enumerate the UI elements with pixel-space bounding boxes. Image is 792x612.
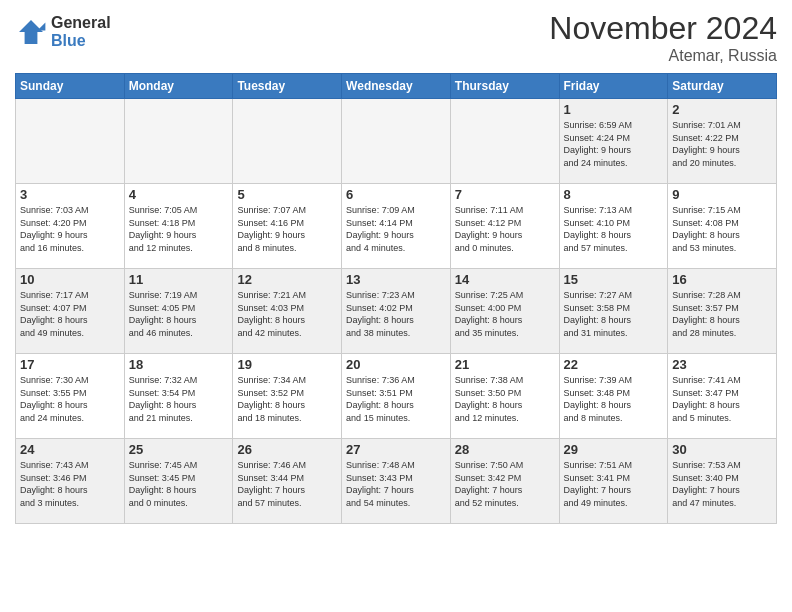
day-number: 14 [455, 272, 555, 287]
day-number: 1 [564, 102, 664, 117]
calendar-cell: 7Sunrise: 7:11 AM Sunset: 4:12 PM Daylig… [450, 184, 559, 269]
day-info: Sunrise: 7:01 AM Sunset: 4:22 PM Dayligh… [672, 119, 772, 169]
day-number: 4 [129, 187, 229, 202]
day-number: 10 [20, 272, 120, 287]
day-number: 16 [672, 272, 772, 287]
svg-marker-0 [19, 20, 43, 44]
day-number: 20 [346, 357, 446, 372]
calendar-cell: 19Sunrise: 7:34 AM Sunset: 3:52 PM Dayli… [233, 354, 342, 439]
day-info: Sunrise: 7:53 AM Sunset: 3:40 PM Dayligh… [672, 459, 772, 509]
day-info: Sunrise: 7:09 AM Sunset: 4:14 PM Dayligh… [346, 204, 446, 254]
calendar-cell: 17Sunrise: 7:30 AM Sunset: 3:55 PM Dayli… [16, 354, 125, 439]
day-info: Sunrise: 7:25 AM Sunset: 4:00 PM Dayligh… [455, 289, 555, 339]
calendar-cell: 23Sunrise: 7:41 AM Sunset: 3:47 PM Dayli… [668, 354, 777, 439]
calendar-cell: 14Sunrise: 7:25 AM Sunset: 4:00 PM Dayli… [450, 269, 559, 354]
day-number: 3 [20, 187, 120, 202]
weekday-header-thursday: Thursday [450, 74, 559, 99]
day-number: 23 [672, 357, 772, 372]
calendar-cell: 12Sunrise: 7:21 AM Sunset: 4:03 PM Dayli… [233, 269, 342, 354]
day-info: Sunrise: 7:07 AM Sunset: 4:16 PM Dayligh… [237, 204, 337, 254]
day-info: Sunrise: 7:23 AM Sunset: 4:02 PM Dayligh… [346, 289, 446, 339]
day-number: 9 [672, 187, 772, 202]
day-info: Sunrise: 7:15 AM Sunset: 4:08 PM Dayligh… [672, 204, 772, 254]
week-row-1: 1Sunrise: 6:59 AM Sunset: 4:24 PM Daylig… [16, 99, 777, 184]
day-number: 7 [455, 187, 555, 202]
calendar-cell: 11Sunrise: 7:19 AM Sunset: 4:05 PM Dayli… [124, 269, 233, 354]
calendar-cell: 24Sunrise: 7:43 AM Sunset: 3:46 PM Dayli… [16, 439, 125, 524]
day-info: Sunrise: 7:11 AM Sunset: 4:12 PM Dayligh… [455, 204, 555, 254]
day-number: 29 [564, 442, 664, 457]
calendar-cell: 21Sunrise: 7:38 AM Sunset: 3:50 PM Dayli… [450, 354, 559, 439]
weekday-header-friday: Friday [559, 74, 668, 99]
day-number: 27 [346, 442, 446, 457]
calendar-cell: 20Sunrise: 7:36 AM Sunset: 3:51 PM Dayli… [342, 354, 451, 439]
day-info: Sunrise: 7:45 AM Sunset: 3:45 PM Dayligh… [129, 459, 229, 509]
day-number: 21 [455, 357, 555, 372]
calendar-cell: 1Sunrise: 6:59 AM Sunset: 4:24 PM Daylig… [559, 99, 668, 184]
week-row-2: 3Sunrise: 7:03 AM Sunset: 4:20 PM Daylig… [16, 184, 777, 269]
title-block: November 2024 Atemar, Russia [549, 10, 777, 65]
calendar-cell [124, 99, 233, 184]
day-number: 18 [129, 357, 229, 372]
header-area: General Blue November 2024 Atemar, Russi… [15, 10, 777, 65]
calendar-cell: 3Sunrise: 7:03 AM Sunset: 4:20 PM Daylig… [16, 184, 125, 269]
calendar-cell: 25Sunrise: 7:45 AM Sunset: 3:45 PM Dayli… [124, 439, 233, 524]
calendar-cell [233, 99, 342, 184]
calendar-cell: 16Sunrise: 7:28 AM Sunset: 3:57 PM Dayli… [668, 269, 777, 354]
day-info: Sunrise: 7:05 AM Sunset: 4:18 PM Dayligh… [129, 204, 229, 254]
weekday-header-row: SundayMondayTuesdayWednesdayThursdayFrid… [16, 74, 777, 99]
calendar-cell: 18Sunrise: 7:32 AM Sunset: 3:54 PM Dayli… [124, 354, 233, 439]
day-info: Sunrise: 7:36 AM Sunset: 3:51 PM Dayligh… [346, 374, 446, 424]
weekday-header-tuesday: Tuesday [233, 74, 342, 99]
week-row-3: 10Sunrise: 7:17 AM Sunset: 4:07 PM Dayli… [16, 269, 777, 354]
calendar-cell [16, 99, 125, 184]
day-info: Sunrise: 6:59 AM Sunset: 4:24 PM Dayligh… [564, 119, 664, 169]
logo: General Blue [15, 14, 111, 50]
day-number: 19 [237, 357, 337, 372]
day-number: 25 [129, 442, 229, 457]
day-info: Sunrise: 7:28 AM Sunset: 3:57 PM Dayligh… [672, 289, 772, 339]
calendar-cell: 10Sunrise: 7:17 AM Sunset: 4:07 PM Dayli… [16, 269, 125, 354]
calendar-cell: 28Sunrise: 7:50 AM Sunset: 3:42 PM Dayli… [450, 439, 559, 524]
calendar-cell: 15Sunrise: 7:27 AM Sunset: 3:58 PM Dayli… [559, 269, 668, 354]
logo-text: General Blue [51, 14, 111, 50]
day-number: 5 [237, 187, 337, 202]
day-info: Sunrise: 7:39 AM Sunset: 3:48 PM Dayligh… [564, 374, 664, 424]
day-number: 22 [564, 357, 664, 372]
day-info: Sunrise: 7:30 AM Sunset: 3:55 PM Dayligh… [20, 374, 120, 424]
calendar-cell: 29Sunrise: 7:51 AM Sunset: 3:41 PM Dayli… [559, 439, 668, 524]
logo-icon [15, 16, 47, 48]
calendar-cell: 13Sunrise: 7:23 AM Sunset: 4:02 PM Dayli… [342, 269, 451, 354]
calendar-cell [450, 99, 559, 184]
day-info: Sunrise: 7:13 AM Sunset: 4:10 PM Dayligh… [564, 204, 664, 254]
day-info: Sunrise: 7:17 AM Sunset: 4:07 PM Dayligh… [20, 289, 120, 339]
day-info: Sunrise: 7:51 AM Sunset: 3:41 PM Dayligh… [564, 459, 664, 509]
weekday-header-wednesday: Wednesday [342, 74, 451, 99]
weekday-header-sunday: Sunday [16, 74, 125, 99]
page-container: General Blue November 2024 Atemar, Russi… [0, 0, 792, 534]
day-info: Sunrise: 7:46 AM Sunset: 3:44 PM Dayligh… [237, 459, 337, 509]
day-info: Sunrise: 7:21 AM Sunset: 4:03 PM Dayligh… [237, 289, 337, 339]
day-info: Sunrise: 7:41 AM Sunset: 3:47 PM Dayligh… [672, 374, 772, 424]
day-number: 6 [346, 187, 446, 202]
day-number: 24 [20, 442, 120, 457]
day-info: Sunrise: 7:03 AM Sunset: 4:20 PM Dayligh… [20, 204, 120, 254]
calendar-cell: 6Sunrise: 7:09 AM Sunset: 4:14 PM Daylig… [342, 184, 451, 269]
day-info: Sunrise: 7:32 AM Sunset: 3:54 PM Dayligh… [129, 374, 229, 424]
day-number: 28 [455, 442, 555, 457]
location-title: Atemar, Russia [549, 47, 777, 65]
calendar-cell: 5Sunrise: 7:07 AM Sunset: 4:16 PM Daylig… [233, 184, 342, 269]
calendar-cell: 9Sunrise: 7:15 AM Sunset: 4:08 PM Daylig… [668, 184, 777, 269]
calendar-cell: 22Sunrise: 7:39 AM Sunset: 3:48 PM Dayli… [559, 354, 668, 439]
calendar-cell: 8Sunrise: 7:13 AM Sunset: 4:10 PM Daylig… [559, 184, 668, 269]
day-number: 30 [672, 442, 772, 457]
week-row-4: 17Sunrise: 7:30 AM Sunset: 3:55 PM Dayli… [16, 354, 777, 439]
day-number: 2 [672, 102, 772, 117]
day-info: Sunrise: 7:43 AM Sunset: 3:46 PM Dayligh… [20, 459, 120, 509]
day-number: 8 [564, 187, 664, 202]
month-title: November 2024 [549, 10, 777, 47]
calendar-cell: 26Sunrise: 7:46 AM Sunset: 3:44 PM Dayli… [233, 439, 342, 524]
day-info: Sunrise: 7:38 AM Sunset: 3:50 PM Dayligh… [455, 374, 555, 424]
day-number: 17 [20, 357, 120, 372]
day-number: 15 [564, 272, 664, 287]
